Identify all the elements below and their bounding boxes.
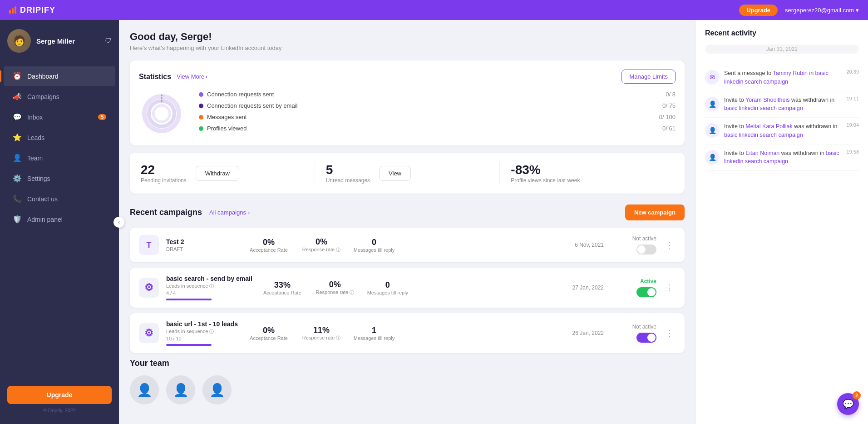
sidebar-item-campaigns[interactable]: 📣 Campaigns <box>4 87 115 106</box>
campaign-status-url: Not active <box>611 324 656 343</box>
campaign-acceptance-email: 33% Acceptance Rate <box>260 280 305 295</box>
activity-item-4: 👤 Invite to Eitan Noiman was withdrawn i… <box>705 145 859 171</box>
sidebar-item-label: Team <box>27 155 43 162</box>
sidebar-item-settings[interactable]: ⚙️ Settings <box>4 169 115 188</box>
activity-link-campaign2[interactable]: basic linkedin search campaign <box>724 105 803 111</box>
new-campaign-button[interactable]: New campaign <box>625 205 685 220</box>
metric-number-profile-views: -83% <box>511 163 580 177</box>
sidebar-item-label: Inbox <box>27 114 43 121</box>
chat-badge: 2 <box>853 391 861 399</box>
team-avatar-1: 👤 <box>130 375 159 404</box>
campaign-menu-icon[interactable]: ⋮ <box>664 281 676 294</box>
view-button[interactable]: View <box>379 166 411 181</box>
legend-item: Profiles viewed 0/ 61 <box>199 125 676 132</box>
user-email-display[interactable]: sergeperez20@gmail.com ▾ <box>785 7 859 14</box>
sidebar-item-contact[interactable]: 📞 Contact us <box>4 189 115 209</box>
sidebar-collapse-button[interactable]: ‹ <box>113 217 124 228</box>
activity-title: Recent activity <box>705 29 859 37</box>
metric-invitations: 22 Pending invitations Withdraw <box>141 163 304 184</box>
campaign-info-email: basic search - send by email Leads in se… <box>166 275 252 300</box>
toggle-switch[interactable] <box>636 287 656 297</box>
svg-point-5 <box>161 100 163 102</box>
campaign-info-test2: Test 2 DRAFT <box>166 238 239 252</box>
campaign-menu-icon[interactable]: ⋮ <box>664 326 676 340</box>
greeting-subtitle: Here's what's happening with your Linked… <box>130 45 685 51</box>
campaign-tag: DRAFT <box>166 246 239 252</box>
shield-icon: 🛡 <box>104 37 112 45</box>
main-content: Good day, Serge! Here's what's happening… <box>119 20 868 424</box>
activity-link-campaign4[interactable]: basic linkedin search campaign <box>724 150 839 165</box>
chevron-down-icon: ▾ <box>856 7 859 14</box>
toggle-switch[interactable] <box>636 244 656 254</box>
stripe1 <box>9 10 11 14</box>
legend-value: 0/ 75 <box>662 102 676 109</box>
activity-link-campaign3[interactable]: basic linkedin search campaign <box>724 132 803 138</box>
campaign-date-test2: 6 Nov, 2021 <box>563 242 604 248</box>
legend-dot <box>199 126 203 131</box>
legend-value: 0/ 8 <box>666 91 676 98</box>
activity-time-1: 20:39 <box>846 69 859 75</box>
greeting-title: Good day, Serge! <box>130 31 685 43</box>
activity-date-label: Jan 31, 2022 <box>705 45 859 54</box>
metric-messages: 5 Unread messages View <box>326 163 489 184</box>
campaign-card-url: ⚙ basic url - 1st - 10 leads Leads in se… <box>130 313 685 353</box>
campaign-info-url: basic url - 1st - 10 leads Leads in sequ… <box>166 320 239 346</box>
app-body: 🧑 Serge Miller 🛡 ⏰ Dashboard 📣 Campaigns… <box>0 20 868 424</box>
all-campaigns-link[interactable]: All campaigns › <box>209 209 250 216</box>
content-left: Good day, Serge! Here's what's happening… <box>119 20 695 424</box>
sidebar-item-inbox[interactable]: 💬 Inbox 5 <box>4 107 115 127</box>
metric-label-messages: Unread messages <box>326 177 370 184</box>
activity-invite-icon-3: 👤 <box>705 150 720 165</box>
sidebar-item-team[interactable]: 👤 Team <box>4 148 115 168</box>
activity-link-eitan[interactable]: Eitan Noiman <box>745 150 779 156</box>
campaign-menu-icon[interactable]: ⋮ <box>664 238 676 252</box>
status-label: Not active <box>632 324 656 330</box>
campaign-tag: Leads in sequence ⓘ <box>166 283 252 289</box>
metric-label-invitations: Pending invitations <box>141 177 187 184</box>
activity-item-2: 👤 Invite to Yoram Shooltheis was withdra… <box>705 91 859 118</box>
stats-body: Connection requests sent 0/ 8 Connection… <box>139 91 676 136</box>
sidebar-item-leads[interactable]: ⭐ Leads <box>4 128 115 147</box>
legend-item: Messages sent 0/ 100 <box>199 114 676 120</box>
campaign-leads-count: 10 / 10 <box>166 336 239 341</box>
metric-profile-views: -83% Profile views since last week <box>511 163 674 184</box>
svg-point-3 <box>161 95 163 96</box>
stats-title: Statistics <box>139 73 171 81</box>
upgrade-button-top[interactable]: Upgrade <box>739 5 778 16</box>
activity-item-3: 👤 Invite to Meital Kara Polliak was with… <box>705 118 859 145</box>
statistics-card: Statistics View More › Manage Limits <box>130 60 685 145</box>
avatar: 🧑 <box>7 29 31 53</box>
legend-value: 0/ 100 <box>659 114 676 120</box>
view-more-link[interactable]: View More › <box>177 73 207 80</box>
metric-separator <box>499 162 500 185</box>
legend-dot <box>199 92 203 97</box>
metric-number-invitations: 22 <box>141 163 187 177</box>
team-icon: 👤 <box>13 154 22 162</box>
metrics-row: 22 Pending invitations Withdraw 5 Unread… <box>130 153 685 194</box>
activity-link-tammy[interactable]: Tammy Rubin <box>773 70 807 76</box>
activity-time-3: 19:04 <box>846 122 859 128</box>
activity-panel: Recent activity Jan 31, 2022 ✉ Sent a me… <box>695 20 868 424</box>
logo-stripes-icon <box>9 6 16 14</box>
activity-link-meital[interactable]: Meital Kara Polliak <box>745 123 793 130</box>
chat-bubble[interactable]: 💬 2 <box>837 393 859 415</box>
sidebar-item-dashboard[interactable]: ⏰ Dashboard <box>4 66 115 86</box>
legend-label: Messages sent <box>207 114 247 120</box>
campaign-progress-fill <box>166 299 212 300</box>
toggle-switch[interactable] <box>636 333 656 343</box>
inbox-icon: 💬 <box>13 113 22 121</box>
upgrade-button-sidebar[interactable]: Upgrade <box>7 386 112 404</box>
sidebar-nav: ⏰ Dashboard 📣 Campaigns 💬 Inbox 5 ⭐ Lead… <box>0 62 119 379</box>
activity-item-1: ✉ Sent a message to Tammy Rubin in basic… <box>705 65 859 91</box>
activity-text-1: Sent a message to Tammy Rubin in basic l… <box>724 69 842 86</box>
sidebar-item-label: Admin panel <box>27 216 63 223</box>
activity-link-yoram[interactable]: Yoram Shooltheis <box>745 97 790 103</box>
campaign-icon-url: ⚙ <box>139 323 159 343</box>
status-label: Active <box>640 278 656 284</box>
withdraw-button[interactable]: Withdraw <box>196 166 239 181</box>
sidebar-item-admin[interactable]: 🛡️ Admin panel <box>4 210 115 229</box>
status-label: Not active <box>632 235 656 242</box>
stats-title-row: Statistics View More › <box>139 73 207 81</box>
manage-limits-button[interactable]: Manage Limits <box>621 70 676 84</box>
campaign-name: basic search - send by email <box>166 275 252 282</box>
